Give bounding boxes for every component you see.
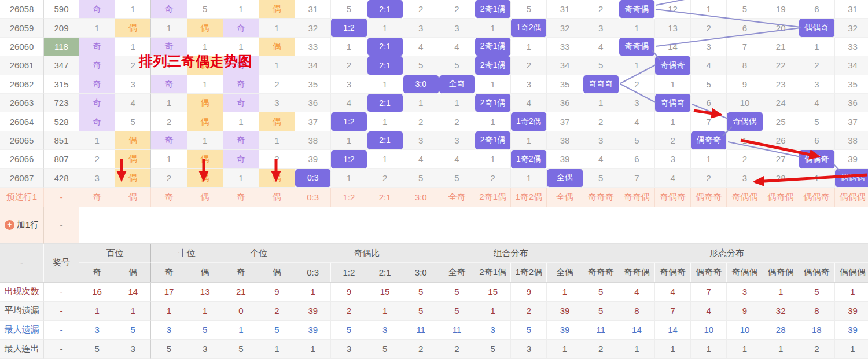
- stats-sub-header: 偶奇偶: [763, 263, 799, 282]
- pailie3-odd-even-trend-chart: 26058590奇1奇51偶3152:1222奇1偶5312奇奇偶1215196…: [0, 0, 868, 359]
- trend-cell: 1: [115, 0, 151, 19]
- trend-cell: 偶: [115, 19, 151, 37]
- stats-value-cell: 39: [835, 302, 868, 321]
- stats-value-cell: 1: [547, 283, 583, 302]
- preselect-cell[interactable]: 全奇: [439, 188, 475, 207]
- trend-cell: 2: [79, 150, 115, 168]
- trend-cell: 39: [835, 150, 868, 168]
- preselect-cell[interactable]: 奇: [223, 188, 259, 207]
- stats-value-cell: 7: [655, 302, 691, 321]
- stats-value-cell: 2: [331, 302, 367, 321]
- stats-corner: -: [0, 244, 44, 282]
- trend-cell: 35: [547, 75, 583, 94]
- preselect-cell[interactable]: 0:3: [295, 188, 331, 207]
- preselect-cell[interactable]: 奇: [79, 188, 115, 207]
- preselect-cell[interactable]: 偶: [115, 188, 151, 207]
- trend-cell: 2: [799, 56, 835, 75]
- stats-value-cell: 4: [619, 283, 655, 302]
- stats-sub-header: 3:0: [403, 263, 439, 282]
- stats-row-dash: -: [44, 283, 79, 302]
- preselect-cell[interactable]: 2:1: [367, 188, 403, 207]
- preselect-cell[interactable]: 偶奇奇: [691, 188, 727, 207]
- stats-value-cell: 3: [151, 321, 187, 340]
- preselect-cell[interactable]: 全偶: [547, 188, 583, 207]
- trend-cell: 1: [187, 131, 223, 150]
- trend-row: 26058590奇1奇51偶3152:1222奇1偶5312奇奇偶1215196…: [0, 0, 868, 19]
- stats-value-cell: 1: [223, 321, 259, 340]
- trend-row: 260658511偶奇1奇13812:1332奇1偶138352偶奇奇12663…: [0, 131, 868, 150]
- stats-row-dash: -: [44, 340, 79, 359]
- trend-cell: 5: [115, 112, 151, 131]
- stats-value-cell: 2: [583, 340, 619, 359]
- preselect-cell[interactable]: 1:2: [331, 188, 367, 207]
- trend-cell: 1: [439, 94, 475, 112]
- trend-cell: 1: [619, 19, 655, 37]
- trend-cell: 3: [727, 169, 763, 188]
- stats-value-cell: 8: [799, 302, 835, 321]
- trend-cell: 偶: [187, 19, 223, 37]
- trend-row: 26063723奇41偶奇33642:1112奇1偶43613奇偶奇610244…: [0, 94, 868, 112]
- stats-value-cell: 5: [439, 283, 475, 302]
- trend-cell: 奇奇偶: [619, 0, 655, 19]
- preselect-cell[interactable]: 偶偶偶: [835, 188, 868, 207]
- trend-cell: 全偶: [547, 169, 583, 188]
- stats-value-cell: 1: [367, 302, 403, 321]
- stats-group-header-row: 百位十位个位奇偶比组合分布形态分布: [79, 244, 868, 263]
- trend-cell: 1: [259, 19, 295, 37]
- preselect-cell[interactable]: 偶: [259, 188, 295, 207]
- trend-cell: 2: [439, 112, 475, 131]
- preselect-cell[interactable]: 奇奇偶: [619, 188, 655, 207]
- preselect-cell[interactable]: 奇奇奇: [583, 188, 619, 207]
- trend-cell: 34: [835, 56, 868, 75]
- preselect-cell[interactable]: 奇偶奇: [655, 188, 691, 207]
- prize-cell: 428: [44, 169, 79, 188]
- issue-cell: 26062: [0, 75, 44, 94]
- trend-cell: 2:1: [367, 0, 403, 19]
- preselect-prize-dash: -: [44, 188, 79, 207]
- add-row: + 加1行 -: [0, 207, 868, 244]
- trend-cell: 32: [547, 19, 583, 37]
- trend-cell: 偶偶奇: [799, 150, 835, 168]
- preselect-cell[interactable]: 偶奇偶: [763, 188, 799, 207]
- trend-cell: 奇: [79, 38, 115, 56]
- preselect-cell[interactable]: 奇: [151, 188, 187, 207]
- preselect-cell[interactable]: 偶: [187, 188, 223, 207]
- preselect-cell[interactable]: 3:0: [403, 188, 439, 207]
- trend-cell: 奇: [79, 94, 115, 112]
- trend-cell: 偶: [187, 169, 223, 188]
- trend-cell: 1: [331, 169, 367, 188]
- trend-cell: 2: [727, 150, 763, 168]
- trend-cell: 2: [151, 112, 187, 131]
- preselect-cell[interactable]: 2奇1偶: [475, 188, 511, 207]
- preselect-cell[interactable]: 偶偶奇: [799, 188, 835, 207]
- trend-cell: 6: [727, 19, 763, 37]
- issue-cell: 26060: [0, 38, 44, 56]
- stats-sub-header: 奇: [151, 263, 187, 282]
- trend-cell: 3: [439, 19, 475, 37]
- trend-cell: 1:2: [331, 19, 367, 37]
- stats-sub-header: 1:2: [331, 263, 367, 282]
- stats-sub-header: 奇: [223, 263, 259, 282]
- stats-group-header: 十位: [151, 244, 223, 263]
- preselect-cell[interactable]: 奇偶偶: [727, 188, 763, 207]
- stats-sub-header: 偶: [115, 263, 151, 282]
- stats-table: - 奖号 百位十位个位奇偶比组合分布形态分布 奇偶奇偶奇偶0:31:22:13:…: [0, 244, 868, 359]
- preselect-row: 预选行1-奇偶奇偶奇偶0:31:22:13:0全奇2奇1偶1奇2偶全偶奇奇奇奇奇…: [0, 188, 868, 207]
- preselect-cell[interactable]: 1奇2偶: [511, 188, 547, 207]
- trend-cell: 3: [79, 169, 115, 188]
- stats-value-cell: 39: [295, 302, 331, 321]
- stats-value-cell: 39: [295, 321, 331, 340]
- stats-header: - 奖号 百位十位个位奇偶比组合分布形态分布 奇偶奇偶奇偶0:31:22:13:…: [0, 244, 868, 283]
- trend-cell: 4: [511, 94, 547, 112]
- stats-value-cell: 10: [727, 321, 763, 340]
- stats-value-cell: 1: [691, 340, 727, 359]
- trend-cell: 2: [439, 0, 475, 19]
- stats-row: 出现次数-16141713219191555159154473151: [0, 283, 868, 302]
- add-row-button[interactable]: + 加1行: [0, 207, 44, 244]
- trend-cell: 1: [151, 94, 187, 112]
- trend-cell: 奇奇偶: [619, 38, 655, 56]
- trend-cell: 2: [691, 19, 727, 37]
- trend-cell: 28: [763, 169, 799, 188]
- trend-cell: 5: [403, 56, 439, 75]
- trend-cell: 1: [367, 19, 403, 37]
